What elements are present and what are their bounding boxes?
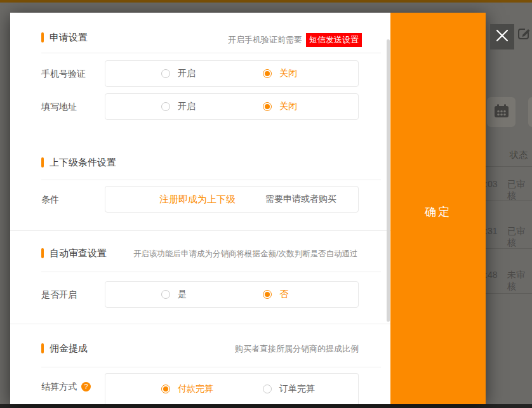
radio-selected-icon[interactable] bbox=[263, 102, 272, 111]
calendar-icon bbox=[493, 103, 510, 122]
row-label-fill-address: 填写地址 bbox=[41, 93, 77, 120]
radio-option-off[interactable]: 关闭 bbox=[263, 61, 297, 86]
radio-option-pay-settle[interactable]: 付款完算 bbox=[161, 374, 213, 404]
table-row-status: 未审核 bbox=[507, 270, 532, 293]
radio-option-yes[interactable]: 是 bbox=[161, 282, 187, 307]
confirm-label: 确定 bbox=[390, 204, 486, 220]
confirm-button[interactable]: 确定 bbox=[390, 13, 486, 404]
modal-scrollbar[interactable] bbox=[387, 39, 390, 322]
divider bbox=[41, 367, 381, 367]
sms-settings-badge[interactable]: 短信发送设置 bbox=[306, 33, 362, 47]
table-row-time: :48 bbox=[485, 270, 502, 280]
modal-content: 申请设置 开启手机验证前需要短信发送设置 手机号验证 开启 关闭 填写地址 bbox=[10, 13, 390, 404]
row-label-phone-verify: 手机号验证 bbox=[41, 60, 86, 87]
radio-option-no[interactable]: 否 bbox=[263, 282, 288, 307]
section-marker bbox=[41, 157, 44, 168]
calendar-button[interactable] bbox=[487, 97, 515, 127]
radio-group-enable: 是 否 bbox=[105, 281, 359, 308]
radio-option-on[interactable]: 开启 bbox=[161, 94, 196, 119]
section-marker bbox=[41, 248, 44, 258]
table-row-time: :31 bbox=[485, 226, 502, 236]
divider bbox=[41, 180, 381, 180]
section-divider bbox=[10, 324, 390, 324]
radio-option-off[interactable]: 关闭 bbox=[263, 94, 297, 119]
section-header-auto-review: 自动审查设置 bbox=[41, 247, 107, 259]
section-note: 开启手机验证前需要短信发送设置 bbox=[228, 33, 362, 47]
section-note: 开启该功能后申请成为分销商将根据金额/次数判断是否自动通过 bbox=[133, 249, 357, 260]
edit-icon[interactable] bbox=[517, 27, 532, 42]
page-top-bar bbox=[0, 0, 532, 3]
radio-group-settlement: 付款完算 订单完算 bbox=[105, 373, 359, 404]
row-label-enable: 是否开启 bbox=[41, 281, 77, 308]
choice-group-condition: 注册即成为上下级 需要申请或者购买 bbox=[105, 186, 359, 213]
section-marker bbox=[41, 343, 44, 353]
radio-group-phone-verify: 开启 关闭 bbox=[105, 60, 359, 87]
table-divider bbox=[486, 200, 532, 201]
table-row-status: 已审核 bbox=[507, 179, 532, 202]
radio-option-on[interactable]: 开启 bbox=[161, 61, 196, 86]
section-note: 购买者直接所属分销商的提成比例 bbox=[235, 343, 359, 355]
radio-selected-icon[interactable] bbox=[161, 385, 170, 393]
radio-icon[interactable] bbox=[161, 290, 170, 299]
radio-icon[interactable] bbox=[161, 69, 170, 78]
section-header-apply-settings: 申请设置 bbox=[41, 32, 88, 43]
divider bbox=[41, 272, 381, 272]
table-divider bbox=[486, 293, 532, 294]
page-bottom-edge bbox=[0, 404, 532, 408]
radio-option-order-settle[interactable]: 订单完算 bbox=[263, 374, 315, 404]
divider bbox=[41, 53, 381, 53]
settings-modal: 申请设置 开启手机验证前需要短信发送设置 手机号验证 开启 关闭 填写地址 bbox=[10, 13, 486, 404]
choice-register-becomes-hierarchy[interactable]: 注册即成为上下级 bbox=[147, 187, 248, 212]
help-icon[interactable]: ? bbox=[81, 382, 91, 392]
row-label-settlement-method: 结算方式 ? bbox=[41, 373, 91, 400]
radio-icon[interactable] bbox=[263, 385, 272, 393]
section-header-hierarchy-condition: 上下级条件设置 bbox=[41, 157, 116, 168]
close-icon bbox=[495, 29, 509, 45]
table-row-time: :03 bbox=[485, 179, 502, 189]
radio-selected-icon[interactable] bbox=[263, 69, 272, 78]
table-divider bbox=[486, 166, 532, 167]
partial-button[interactable] bbox=[528, 97, 532, 127]
close-button[interactable] bbox=[490, 24, 514, 49]
status-column-header: 状态 bbox=[510, 150, 528, 161]
section-divider bbox=[10, 230, 390, 231]
section-header-commission: 佣金提成 bbox=[41, 343, 88, 354]
table-row-status: 已审核 bbox=[507, 226, 532, 249]
radio-icon[interactable] bbox=[161, 102, 170, 111]
radio-selected-icon[interactable] bbox=[263, 290, 272, 299]
radio-group-fill-address: 开启 关闭 bbox=[105, 93, 359, 120]
section-marker bbox=[41, 32, 44, 43]
screen: 状态 :03 已审核 :31 已审核 :48 未审核 申请设置 开启手机验证前需… bbox=[0, 0, 532, 408]
choice-need-apply-or-purchase[interactable]: 需要申请或者购买 bbox=[250, 187, 352, 212]
table-divider bbox=[486, 248, 532, 249]
row-label-condition: 条件 bbox=[41, 186, 59, 213]
